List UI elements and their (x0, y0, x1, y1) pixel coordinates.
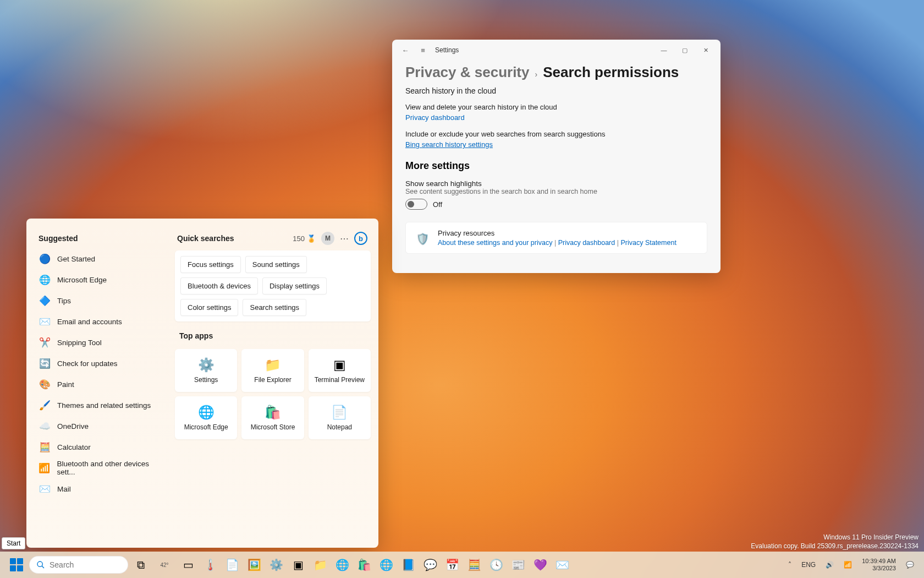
mail-icon: ✉️ (556, 558, 569, 571)
taskbar-app-explorer[interactable]: 📁 (309, 554, 331, 576)
top-app-tile[interactable]: 🛍️Microsoft Store (241, 396, 304, 439)
quick-search-chip[interactable]: Display settings (262, 277, 327, 295)
taskbar-app-notepad[interactable]: 📄 (221, 554, 243, 576)
breadcrumb-parent[interactable]: Privacy & security (405, 64, 529, 81)
taskbar-app-calendar[interactable]: 📅 (441, 554, 463, 576)
taskbar-app-edge-dev[interactable]: 🌐 (375, 554, 397, 576)
taskbar-app-task-view[interactable]: ▭ (177, 554, 199, 576)
app-icon: 🛍️ (265, 405, 281, 420)
privacy-dashboard-link-2[interactable]: Privacy dashboard (558, 239, 615, 247)
edge-icon: 🌐 (336, 558, 349, 571)
quick-search-chip[interactable]: Search settings (243, 299, 306, 316)
suggested-label: Themes and related settings (57, 401, 151, 410)
suggested-item[interactable]: ✂️Snipping Tool (34, 332, 172, 353)
suggested-item[interactable]: 🧮Calculator (34, 437, 172, 457)
taskbar-app-clock[interactable]: 🕓 (485, 554, 507, 576)
close-button[interactable]: ✕ (695, 42, 716, 58)
tray-chevron[interactable]: ˄ (784, 554, 796, 576)
task-view-button[interactable]: ⧉ (130, 554, 152, 576)
suggested-item[interactable]: 📶Bluetooth and other devices sett... (34, 457, 172, 478)
chat-icon: 💬 (424, 558, 437, 571)
top-app-tile[interactable]: ▣Terminal Preview (309, 349, 371, 392)
taskbar-search-input[interactable] (50, 560, 116, 569)
quick-search-chip[interactable]: Focus settings (180, 256, 241, 273)
terminal-icon: ▣ (293, 558, 304, 571)
taskbar: ⧉ 42° ▭🌡️📄🖼️⚙️▣📁🌐🛍️🌐📘💬📅🧮🕓📰💜✉️ ˄ ENG 🔊 📶 … (0, 552, 924, 578)
maximize-button[interactable]: ▢ (674, 42, 695, 58)
taskbar-app-store[interactable]: 🛍️ (353, 554, 375, 576)
resource-links: About these settings and your privacy | … (438, 239, 676, 247)
app-icon: 🔄 (38, 357, 51, 369)
quick-search-chip[interactable]: Bluetooth & devices (180, 277, 258, 295)
top-app-tile[interactable]: ⚙️Settings (175, 349, 237, 392)
bing-icon[interactable]: b (354, 232, 367, 245)
suggested-item[interactable]: 🔵Get Started (34, 248, 172, 269)
quick-search-chip[interactable]: Sound settings (245, 256, 307, 273)
suggested-item[interactable]: ✉️Email and accounts (34, 311, 172, 332)
vscode-icon: 📘 (402, 558, 415, 571)
privacy-statement-link[interactable]: Privacy Statement (620, 239, 676, 247)
taskbar-app-terminal[interactable]: ▣ (287, 554, 309, 576)
taskbar-app-chat[interactable]: 💬 (419, 554, 441, 576)
privacy-dashboard-link[interactable]: Privacy dashboard (405, 113, 465, 122)
taskbar-search-box[interactable] (29, 556, 128, 574)
bing-history-link[interactable]: Bing search history settings (405, 140, 493, 149)
top-app-tile[interactable]: 📁File Explorer (241, 349, 304, 392)
search-flyout: Suggested 🔵Get Started🌐Microsoft Edge🔷Ti… (26, 219, 378, 548)
about-settings-link[interactable]: About these settings and your privacy (438, 239, 552, 247)
back-button[interactable]: ← (397, 41, 414, 59)
windows-logo-icon (10, 558, 23, 571)
taskbar-app-photos[interactable]: 🖼️ (243, 554, 265, 576)
tray-clock[interactable]: 10:39:49 AM 3/3/2023 (857, 554, 900, 576)
taskbar-app-mail[interactable]: ✉️ (551, 554, 573, 576)
user-avatar[interactable]: M (321, 232, 334, 245)
rewards-points[interactable]: 150 🏅 (293, 235, 316, 243)
suggested-item[interactable]: 🔄Check for updates (34, 353, 172, 374)
suggested-item[interactable]: 🎨Paint (34, 374, 172, 395)
app-label: Terminal Preview (315, 376, 365, 384)
taskbar-app-news[interactable]: 📰 (507, 554, 529, 576)
app-icon: ✉️ (38, 483, 51, 495)
top-app-tile[interactable]: 🌐Microsoft Edge (175, 396, 237, 439)
suggested-item[interactable]: 🖌️Themes and related settings (34, 395, 172, 416)
tray-notifications[interactable]: 💬 (901, 554, 919, 576)
highlights-toggle[interactable] (405, 199, 427, 210)
app-icon: ⚙️ (198, 357, 215, 373)
tray-volume-icon[interactable]: 📶 (839, 554, 856, 576)
task-view-icon: ⧉ (137, 559, 145, 571)
suggested-label: Mail (57, 485, 71, 493)
suggested-item[interactable]: ☁️OneDrive (34, 416, 172, 437)
taskbar-app-onenote[interactable]: 💜 (529, 554, 551, 576)
start-button[interactable] (6, 554, 28, 576)
task-view-icon: ▭ (183, 558, 194, 571)
suggested-item[interactable]: 🌐Microsoft Edge (34, 269, 172, 290)
nav-menu-button[interactable]: ≡ (414, 41, 432, 59)
window-title: Settings (435, 46, 459, 54)
taskbar-app-calculator[interactable]: 🧮 (463, 554, 485, 576)
quick-search-chip[interactable]: Color settings (180, 299, 238, 316)
suggested-item[interactable]: 🔷Tips (34, 290, 172, 311)
app-icon: ✂️ (38, 336, 51, 348)
breadcrumb-current: Search permissions (543, 64, 679, 81)
chevron-right-icon: › (535, 70, 537, 79)
tray-language[interactable]: ENG (797, 554, 820, 576)
taskbar-app-weather[interactable]: 🌡️ (199, 554, 221, 576)
tray-network-icon[interactable]: 🔊 (821, 554, 838, 576)
suggested-label: Get Started (57, 255, 95, 263)
more-options-button[interactable]: ⋯ (340, 233, 349, 244)
clock-icon: 🕓 (490, 558, 503, 571)
weather-widget[interactable]: 42° (153, 554, 175, 576)
taskbar-app-edge[interactable]: 🌐 (331, 554, 353, 576)
taskbar-app-vscode[interactable]: 📘 (397, 554, 419, 576)
calendar-icon: 📅 (446, 558, 459, 571)
suggested-item[interactable]: ✉️Mail (34, 478, 172, 499)
taskbar-app-settings[interactable]: ⚙️ (265, 554, 287, 576)
top-app-tile[interactable]: 📄Notepad (309, 396, 371, 439)
highlight-title: Show search highlights (405, 179, 707, 188)
minimize-button[interactable]: — (653, 42, 674, 58)
settings-body: Privacy & security › Search permissions … (392, 61, 721, 273)
suggested-label: Snipping Tool (57, 339, 102, 347)
app-label: Microsoft Edge (184, 423, 228, 431)
app-icon: 🔵 (38, 253, 51, 265)
toggle-state-label: Off (433, 200, 442, 209)
